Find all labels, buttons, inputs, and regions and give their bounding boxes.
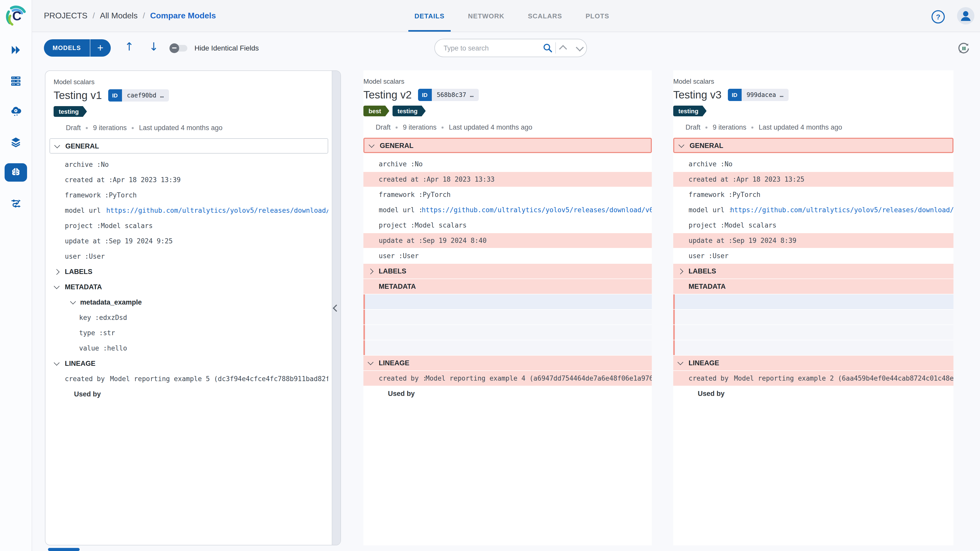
chevron-down-icon[interactable] [71, 301, 80, 303]
sidebar-item-pipelines[interactable] [5, 194, 27, 212]
comet-logo-icon[interactable]: C [5, 5, 27, 27]
models-button[interactable]: MODELS [44, 39, 90, 57]
horizontal-scrollbar[interactable] [48, 548, 80, 551]
section-general[interactable]: GENERAL [673, 138, 953, 153]
section-metadata[interactable]: METADATA [49, 279, 328, 294]
section-lineage[interactable]: LINEAGE [49, 356, 328, 371]
status-iterations: 9 iterations [713, 124, 746, 131]
toggle-track[interactable] [170, 44, 187, 51]
search-next-button[interactable] [571, 39, 587, 57]
metadata-group-metadata-example[interactable]: metadata_example [49, 295, 328, 310]
breadcrumb-projects[interactable]: PROJECTS [44, 11, 88, 21]
section-general[interactable]: GENERAL [49, 138, 328, 154]
field-user: user : User [363, 248, 652, 263]
chevron-down-icon[interactable] [369, 144, 380, 147]
field-user: user : User [49, 249, 328, 264]
chevron-down-icon[interactable] [679, 144, 690, 147]
field-archive: archive : No [673, 157, 953, 171]
layers-icon [10, 136, 21, 148]
auto-refresh-button[interactable] [956, 41, 971, 56]
toggle-knob[interactable] [169, 43, 179, 53]
section-labels[interactable]: LABELS [49, 264, 328, 279]
avatar[interactable] [957, 7, 974, 24]
model-status: Draft9 iterationsLast updated 4 months a… [673, 124, 953, 131]
tab-plots[interactable]: PLOTS [586, 0, 609, 32]
tab-bar: DETAILS NETWORK SCALARS PLOTS [414, 0, 609, 32]
tab-network[interactable]: NETWORK [468, 0, 504, 32]
lineage-used-by: Used by [49, 387, 328, 402]
hide-identical-label: Hide Identical Fields [194, 44, 259, 52]
chevron-down-icon[interactable] [55, 144, 65, 147]
user-icon [957, 7, 974, 24]
model-tags: besttesting [363, 106, 652, 116]
hide-identical-toggle[interactable]: Hide Identical Fields [170, 44, 259, 52]
model-card-testing-v3: Model scalarsTesting v3ID999dacea …testi… [673, 70, 953, 545]
section-metadata[interactable]: METADATA [363, 279, 652, 294]
breadcrumb: PROJECTS / All Models / Compare Models [44, 0, 216, 32]
section-lineage[interactable]: LINEAGE [363, 356, 652, 370]
sidebar-item-datasets[interactable] [5, 133, 27, 151]
model-card-content: Model scalarsTesting v1IDcaef90bd …testi… [45, 71, 331, 402]
chevron-right-icon[interactable] [55, 270, 65, 274]
id-label: ID [728, 89, 741, 101]
model-card-testing-v1: Model scalarsTesting v1IDcaef90bd …testi… [45, 70, 341, 545]
add-model-button[interactable]: + [90, 39, 110, 57]
double-chevron-right-icon [10, 44, 21, 56]
section-metadata[interactable]: METADATA [673, 279, 953, 294]
id-value: 568b8c37 … [431, 89, 479, 101]
field-created-at: created at : Apr 18 2023 13:39 [49, 172, 328, 187]
model-url-link[interactable]: https://github.com/ultralytics/yolov5/re… [422, 206, 652, 214]
chevron-left-icon [333, 304, 340, 311]
search-icon[interactable] [540, 43, 555, 53]
status-dot [86, 127, 88, 129]
scroll-up-button[interactable]: ↑ [121, 40, 137, 54]
section-labels[interactable]: LABELS [673, 264, 953, 279]
refresh-pause-icon [956, 41, 971, 56]
field-created-by: created by : Model reporting example 5 (… [49, 372, 328, 386]
section-lineage[interactable]: LINEAGE [673, 356, 953, 370]
model-card-content: Model scalarsTesting v3ID999dacea …testi… [673, 70, 953, 401]
status-dot [442, 126, 444, 128]
status-updated: Last updated 4 months ago [759, 124, 842, 131]
id-label: ID [418, 89, 431, 101]
search-prev-button[interactable] [556, 39, 571, 57]
lineage-used-by: Used by [363, 386, 652, 401]
model-id-badge[interactable]: ID568b8c37 … [418, 89, 479, 101]
model-id-badge[interactable]: ID999dacea … [728, 89, 789, 101]
field-model-url: model url : https://github.com/ultralyti… [673, 203, 953, 218]
chevron-down-icon[interactable] [55, 362, 65, 365]
model-url-link[interactable]: https://github.com/ultralytics/yolov5/re… [106, 206, 328, 214]
sidebar-item-deployments[interactable] [5, 102, 27, 121]
sidebar-item-experiments[interactable] [5, 71, 27, 90]
chevron-right-icon[interactable] [369, 269, 379, 273]
sidebar-item-model-registry[interactable] [5, 163, 27, 182]
section-general[interactable]: GENERAL [363, 138, 652, 153]
model-id-badge[interactable]: IDcaef90bd … [108, 89, 169, 102]
sidebar-item-expand[interactable] [5, 41, 27, 59]
model-tag-best: best [363, 106, 389, 116]
model-url-link[interactable]: https://github.com/ultralytics/yolov5/re… [730, 206, 953, 214]
search-input[interactable] [435, 44, 540, 52]
section-labels[interactable]: LABELS [363, 264, 652, 279]
model-title-row: Testing v2ID568b8c37 … [363, 89, 652, 101]
sidebar: C [0, 0, 32, 551]
help-icon[interactable]: ? [932, 10, 945, 24]
sidebar-nav [0, 41, 32, 212]
field-project: project : Model scalars [673, 218, 953, 233]
chevron-down-icon[interactable] [55, 286, 65, 288]
status-iterations: 9 iterations [403, 124, 437, 131]
collapse-panel-button[interactable] [332, 71, 340, 545]
chevron-down-icon [576, 43, 584, 51]
field-key: key : edxzDsd [49, 310, 328, 325]
tab-details[interactable]: DETAILS [414, 0, 445, 32]
scroll-down-button[interactable]: ↓ [146, 40, 162, 54]
breadcrumb-all-models[interactable]: All Models [100, 11, 138, 21]
chevron-down-icon[interactable] [369, 362, 379, 364]
status-dot [132, 127, 134, 129]
chevron-down-icon[interactable] [678, 362, 689, 364]
pipeline-icon [10, 197, 21, 209]
chevron-right-icon[interactable] [678, 269, 689, 273]
status-dot [752, 126, 754, 128]
model-project-label: Model scalars [673, 78, 953, 85]
tab-scalars[interactable]: SCALARS [528, 0, 562, 32]
